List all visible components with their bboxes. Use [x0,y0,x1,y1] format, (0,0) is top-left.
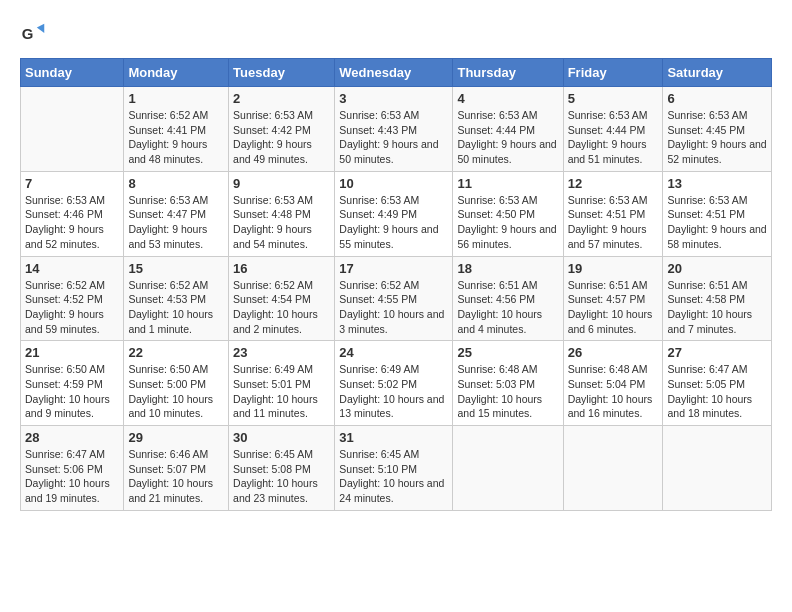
day-info: Sunrise: 6:53 AM Sunset: 4:46 PM Dayligh… [25,193,119,252]
day-info: Sunrise: 6:53 AM Sunset: 4:47 PM Dayligh… [128,193,224,252]
calendar-cell: 15 Sunrise: 6:52 AM Sunset: 4:53 PM Dayl… [124,256,229,341]
calendar-cell: 3 Sunrise: 6:53 AM Sunset: 4:43 PM Dayli… [335,87,453,172]
day-number: 20 [667,261,767,276]
logo: G [20,20,52,48]
day-info: Sunrise: 6:53 AM Sunset: 4:48 PM Dayligh… [233,193,330,252]
day-number: 22 [128,345,224,360]
day-info: Sunrise: 6:47 AM Sunset: 5:05 PM Dayligh… [667,362,767,421]
day-info: Sunrise: 6:51 AM Sunset: 4:58 PM Dayligh… [667,278,767,337]
calendar-cell [21,87,124,172]
calendar-week-4: 21 Sunrise: 6:50 AM Sunset: 4:59 PM Dayl… [21,341,772,426]
day-info: Sunrise: 6:53 AM Sunset: 4:45 PM Dayligh… [667,108,767,167]
calendar-cell: 1 Sunrise: 6:52 AM Sunset: 4:41 PM Dayli… [124,87,229,172]
day-number: 2 [233,91,330,106]
weekday-header-friday: Friday [563,59,663,87]
day-number: 21 [25,345,119,360]
day-number: 1 [128,91,224,106]
calendar-cell: 16 Sunrise: 6:52 AM Sunset: 4:54 PM Dayl… [229,256,335,341]
day-info: Sunrise: 6:52 AM Sunset: 4:55 PM Dayligh… [339,278,448,337]
calendar-cell: 28 Sunrise: 6:47 AM Sunset: 5:06 PM Dayl… [21,426,124,511]
day-number: 25 [457,345,558,360]
day-number: 31 [339,430,448,445]
calendar-cell: 2 Sunrise: 6:53 AM Sunset: 4:42 PM Dayli… [229,87,335,172]
day-info: Sunrise: 6:48 AM Sunset: 5:03 PM Dayligh… [457,362,558,421]
day-number: 8 [128,176,224,191]
calendar-cell: 11 Sunrise: 6:53 AM Sunset: 4:50 PM Dayl… [453,171,563,256]
day-number: 24 [339,345,448,360]
calendar-cell [453,426,563,511]
weekday-header-sunday: Sunday [21,59,124,87]
calendar-week-3: 14 Sunrise: 6:52 AM Sunset: 4:52 PM Dayl… [21,256,772,341]
day-number: 10 [339,176,448,191]
day-info: Sunrise: 6:53 AM Sunset: 4:51 PM Dayligh… [568,193,659,252]
calendar-cell: 23 Sunrise: 6:49 AM Sunset: 5:01 PM Dayl… [229,341,335,426]
calendar-cell: 6 Sunrise: 6:53 AM Sunset: 4:45 PM Dayli… [663,87,772,172]
calendar-cell: 12 Sunrise: 6:53 AM Sunset: 4:51 PM Dayl… [563,171,663,256]
day-info: Sunrise: 6:52 AM Sunset: 4:41 PM Dayligh… [128,108,224,167]
calendar-cell: 24 Sunrise: 6:49 AM Sunset: 5:02 PM Dayl… [335,341,453,426]
day-number: 5 [568,91,659,106]
calendar-cell: 21 Sunrise: 6:50 AM Sunset: 4:59 PM Dayl… [21,341,124,426]
calendar-cell: 17 Sunrise: 6:52 AM Sunset: 4:55 PM Dayl… [335,256,453,341]
weekday-header-saturday: Saturday [663,59,772,87]
weekday-header-wednesday: Wednesday [335,59,453,87]
calendar-body: 1 Sunrise: 6:52 AM Sunset: 4:41 PM Dayli… [21,87,772,511]
logo-icon: G [20,20,48,48]
day-number: 29 [128,430,224,445]
day-number: 18 [457,261,558,276]
calendar-cell: 8 Sunrise: 6:53 AM Sunset: 4:47 PM Dayli… [124,171,229,256]
calendar-week-2: 7 Sunrise: 6:53 AM Sunset: 4:46 PM Dayli… [21,171,772,256]
calendar-cell: 25 Sunrise: 6:48 AM Sunset: 5:03 PM Dayl… [453,341,563,426]
day-number: 15 [128,261,224,276]
svg-marker-1 [37,24,44,33]
calendar-cell: 20 Sunrise: 6:51 AM Sunset: 4:58 PM Dayl… [663,256,772,341]
weekday-header-row: SundayMondayTuesdayWednesdayThursdayFrid… [21,59,772,87]
weekday-header-monday: Monday [124,59,229,87]
day-info: Sunrise: 6:51 AM Sunset: 4:56 PM Dayligh… [457,278,558,337]
weekday-header-tuesday: Tuesday [229,59,335,87]
day-number: 7 [25,176,119,191]
day-info: Sunrise: 6:45 AM Sunset: 5:10 PM Dayligh… [339,447,448,506]
day-info: Sunrise: 6:53 AM Sunset: 4:42 PM Dayligh… [233,108,330,167]
calendar-cell: 19 Sunrise: 6:51 AM Sunset: 4:57 PM Dayl… [563,256,663,341]
calendar-cell: 5 Sunrise: 6:53 AM Sunset: 4:44 PM Dayli… [563,87,663,172]
calendar-table: SundayMondayTuesdayWednesdayThursdayFrid… [20,58,772,511]
calendar-cell: 4 Sunrise: 6:53 AM Sunset: 4:44 PM Dayli… [453,87,563,172]
day-info: Sunrise: 6:53 AM Sunset: 4:43 PM Dayligh… [339,108,448,167]
calendar-cell: 27 Sunrise: 6:47 AM Sunset: 5:05 PM Dayl… [663,341,772,426]
day-number: 28 [25,430,119,445]
day-info: Sunrise: 6:53 AM Sunset: 4:50 PM Dayligh… [457,193,558,252]
calendar-cell: 14 Sunrise: 6:52 AM Sunset: 4:52 PM Dayl… [21,256,124,341]
calendar-cell: 7 Sunrise: 6:53 AM Sunset: 4:46 PM Dayli… [21,171,124,256]
calendar-cell: 31 Sunrise: 6:45 AM Sunset: 5:10 PM Dayl… [335,426,453,511]
calendar-cell: 22 Sunrise: 6:50 AM Sunset: 5:00 PM Dayl… [124,341,229,426]
weekday-header-thursday: Thursday [453,59,563,87]
day-info: Sunrise: 6:52 AM Sunset: 4:54 PM Dayligh… [233,278,330,337]
calendar-cell [563,426,663,511]
day-info: Sunrise: 6:53 AM Sunset: 4:44 PM Dayligh… [568,108,659,167]
header: G [20,20,772,48]
calendar-cell: 13 Sunrise: 6:53 AM Sunset: 4:51 PM Dayl… [663,171,772,256]
day-info: Sunrise: 6:46 AM Sunset: 5:07 PM Dayligh… [128,447,224,506]
day-number: 9 [233,176,330,191]
calendar-cell: 29 Sunrise: 6:46 AM Sunset: 5:07 PM Dayl… [124,426,229,511]
svg-text:G: G [22,25,34,42]
calendar-cell: 18 Sunrise: 6:51 AM Sunset: 4:56 PM Dayl… [453,256,563,341]
day-info: Sunrise: 6:49 AM Sunset: 5:02 PM Dayligh… [339,362,448,421]
calendar-cell: 10 Sunrise: 6:53 AM Sunset: 4:49 PM Dayl… [335,171,453,256]
day-info: Sunrise: 6:53 AM Sunset: 4:49 PM Dayligh… [339,193,448,252]
day-info: Sunrise: 6:53 AM Sunset: 4:51 PM Dayligh… [667,193,767,252]
day-info: Sunrise: 6:47 AM Sunset: 5:06 PM Dayligh… [25,447,119,506]
calendar-cell: 26 Sunrise: 6:48 AM Sunset: 5:04 PM Dayl… [563,341,663,426]
day-number: 13 [667,176,767,191]
day-number: 14 [25,261,119,276]
calendar-week-1: 1 Sunrise: 6:52 AM Sunset: 4:41 PM Dayli… [21,87,772,172]
day-info: Sunrise: 6:53 AM Sunset: 4:44 PM Dayligh… [457,108,558,167]
day-info: Sunrise: 6:50 AM Sunset: 4:59 PM Dayligh… [25,362,119,421]
day-info: Sunrise: 6:52 AM Sunset: 4:52 PM Dayligh… [25,278,119,337]
calendar-cell [663,426,772,511]
day-number: 4 [457,91,558,106]
day-info: Sunrise: 6:49 AM Sunset: 5:01 PM Dayligh… [233,362,330,421]
day-number: 16 [233,261,330,276]
day-number: 23 [233,345,330,360]
